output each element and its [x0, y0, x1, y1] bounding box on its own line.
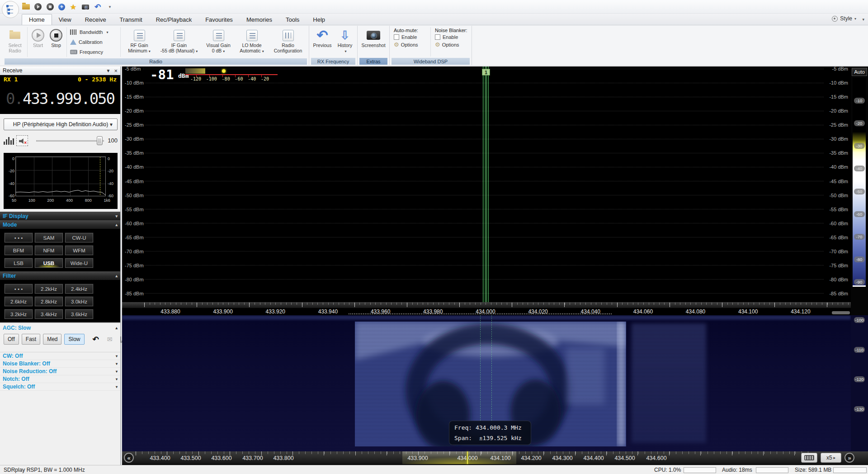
- stop-icon[interactable]: [46, 3, 54, 11]
- filter-button[interactable]: 3.6kHz: [65, 309, 93, 319]
- mode-wfm-button[interactable]: WFM: [65, 246, 93, 255]
- camera-icon[interactable]: [81, 3, 90, 11]
- section-agc[interactable]: AGC: Slow ▴: [0, 323, 120, 332]
- play-icon[interactable]: [34, 3, 42, 11]
- filter-button[interactable]: • • •: [5, 284, 33, 294]
- filter-button[interactable]: 3.4kHz: [35, 309, 63, 319]
- dsp-option-item[interactable]: CW: Off ▾: [0, 352, 120, 360]
- style-menu[interactable]: Style ▾: [832, 15, 856, 22]
- panel-menu-icon[interactable]: ▼: [106, 68, 111, 73]
- dsp-option-item[interactable]: Noise Reduction: Off ▾: [0, 368, 120, 375]
- section-if-display[interactable]: IF Display ▾: [0, 212, 120, 220]
- tab-tools[interactable]: Tools: [279, 14, 306, 25]
- tab-view[interactable]: View: [52, 14, 78, 25]
- start-button[interactable]: Start: [29, 26, 47, 58]
- previous-button[interactable]: ↶ Previous: [311, 26, 334, 57]
- radio-configuration-button[interactable]: Radio Configuration: [269, 26, 307, 58]
- volume-value: 100: [108, 137, 118, 144]
- rx-marker-1[interactable]: 1: [482, 69, 490, 76]
- audio-spectrum-graph[interactable]: 0-20-40-60 0-20-40-60 501002004008001k6: [4, 153, 118, 209]
- volume-slider-thumb[interactable]: [97, 136, 103, 145]
- add-icon[interactable]: +: [58, 4, 65, 10]
- close-icon[interactable]: ×: [114, 67, 118, 74]
- rx-filter-band[interactable]: [483, 66, 489, 302]
- agc-slow-button[interactable]: Slow: [64, 334, 84, 345]
- calibration-button[interactable]: Calibration: [70, 37, 117, 47]
- tab-rec-playback[interactable]: Rec/Playback: [149, 14, 198, 25]
- quick-access-toolbar: + ★ ↶ ▾: [22, 2, 114, 11]
- scroll-left-button[interactable]: «: [124, 453, 134, 463]
- tab-memories[interactable]: Memories: [240, 14, 279, 25]
- select-radio-button[interactable]: Select Radio: [4, 26, 26, 58]
- mini-scrollbar[interactable]: [832, 311, 850, 314]
- scroll-right-button[interactable]: »: [844, 453, 854, 463]
- agc-off-button[interactable]: Off: [4, 334, 19, 345]
- section-mode[interactable]: Mode ▴: [0, 220, 120, 229]
- receive-panel-header[interactable]: Receive ▼ ×: [0, 66, 120, 75]
- filter-button[interactable]: 2.2kHz: [35, 284, 63, 294]
- noise-blanker-options-button[interactable]: ⚙Options: [435, 41, 467, 48]
- tab-home[interactable]: Home: [22, 14, 52, 25]
- filter-button[interactable]: 2.6kHz: [5, 297, 33, 306]
- filter-button[interactable]: 3.2kHz: [5, 309, 33, 319]
- mode-wideu-button[interactable]: Wide-U: [65, 258, 93, 268]
- dsp-option-item[interactable]: Squelch: Off ▾: [0, 383, 120, 391]
- auto-mute-options-button[interactable]: ⚙Options: [394, 41, 426, 48]
- mode-usb-button[interactable]: USB: [35, 258, 63, 268]
- stop-button[interactable]: Stop: [47, 26, 65, 58]
- open-folder-icon[interactable]: [22, 3, 30, 11]
- dsp-option-item[interactable]: Noise Blanker: Off ▾: [0, 360, 120, 368]
- undo-icon[interactable]: ↶: [94, 3, 102, 11]
- screenshot-button[interactable]: Screenshot: [359, 26, 388, 57]
- db-axis-label: -40 dBm: [826, 165, 848, 170]
- bandwidth-button[interactable]: Bandwidth: [70, 27, 117, 37]
- mute-button[interactable]: ×: [16, 135, 28, 146]
- toolbar-dropdown-icon[interactable]: ▾: [106, 3, 114, 11]
- tab-transmit[interactable]: Transmit: [113, 14, 149, 25]
- mode-sam-button[interactable]: SAM: [35, 233, 63, 242]
- filter-button[interactable]: 3.0kHz: [65, 297, 93, 306]
- spectrum-display[interactable]: -5 dBm-10 dBm-15 dBm-20 dBm-25 dBm-30 dB…: [122, 66, 851, 315]
- visual-gain-button[interactable]: Visual Gain 0 dB: [202, 26, 235, 58]
- palette-label: -70: [854, 234, 865, 240]
- favourite-star-icon[interactable]: ★: [69, 3, 77, 11]
- band-navigation-bar[interactable]: 433.400 433.500 433.600 433.700 433.800 …: [122, 451, 868, 465]
- if-gain-button[interactable]: IF Gain -55 dB (Manual): [156, 26, 202, 58]
- tab-favourites[interactable]: Favourites: [198, 14, 240, 25]
- equalizer-icon[interactable]: [4, 137, 14, 145]
- mode-bfm-button[interactable]: BFM: [5, 246, 33, 255]
- waterfall-display[interactable]: Freq: 434.000.3 MHz Span: ±139.525 kHz: [122, 315, 851, 451]
- app-logo[interactable]: [2, 1, 19, 18]
- tab-help[interactable]: Help: [306, 14, 332, 25]
- mode-lsb-button[interactable]: LSB: [5, 258, 33, 268]
- dsp-option-item[interactable]: Notch: Off ▾: [0, 375, 120, 383]
- keyboard-entry-button[interactable]: [801, 453, 817, 463]
- db-axis-label: -65 dBm: [826, 235, 848, 240]
- lo-mode-button[interactable]: LO Mode Automatic: [235, 26, 269, 58]
- mode-cwu-button[interactable]: CW-U: [65, 233, 93, 242]
- auto-range-button[interactable]: Auto: [852, 68, 867, 76]
- envelope-icon[interactable]: ✉: [107, 336, 113, 343]
- section-filter[interactable]: Filter ▴: [0, 271, 120, 280]
- size-progress-bar: [833, 467, 867, 473]
- volume-slider-track[interactable]: [36, 140, 104, 142]
- tab-receive[interactable]: Receive: [78, 14, 113, 25]
- mode-more-button[interactable]: • • •: [5, 233, 33, 242]
- agc-fast-button[interactable]: Fast: [22, 334, 40, 345]
- zoom-factor-button[interactable]: x5 ▸: [821, 453, 841, 463]
- filter-button[interactable]: 2.8kHz: [35, 297, 63, 306]
- frequency-display[interactable]: 0.433.999.050: [0, 83, 120, 114]
- axis-label: 50: [12, 198, 16, 203]
- filter-button[interactable]: 2.4kHz: [65, 284, 93, 294]
- noise-blanker-enable-checkbox[interactable]: Enable: [435, 34, 467, 40]
- history-button[interactable]: ⇩ History: [334, 26, 356, 57]
- mode-nfm-button[interactable]: NFM: [35, 246, 63, 255]
- audio-device-select[interactable]: HP (Périphérique High Definition Audio) …: [4, 118, 118, 130]
- ribbon: Select Radio Start Stop Bandwidth: [0, 25, 868, 65]
- ribbon-collapse-icon[interactable]: ▾: [862, 17, 864, 22]
- frequency-button[interactable]: Frequency: [70, 47, 117, 57]
- rf-gain-button[interactable]: RF Gain Minimum: [122, 26, 156, 58]
- agc-med-button[interactable]: Med: [43, 334, 61, 345]
- auto-mute-enable-checkbox[interactable]: Enable: [394, 34, 426, 40]
- agc-undo-icon[interactable]: ↶: [93, 335, 99, 344]
